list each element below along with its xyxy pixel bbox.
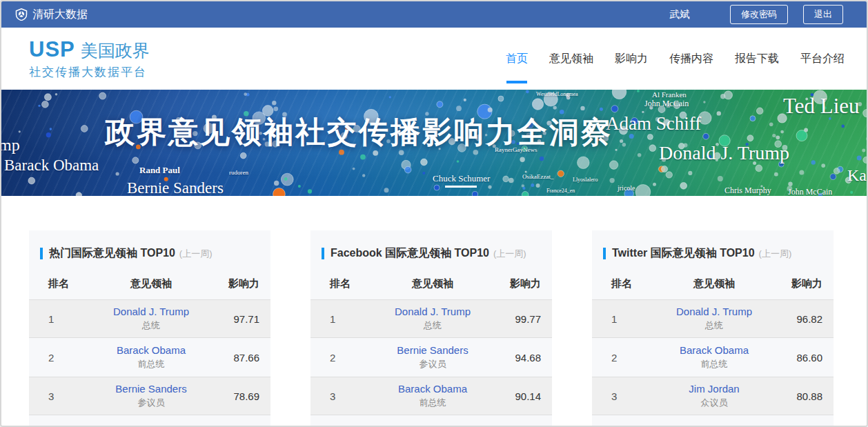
table-row: 2Barack Obama前总统87.66 [29, 338, 270, 377]
rank-cell: 1 [310, 313, 373, 325]
banner-name-label: Chris Murphy [724, 186, 771, 195]
name-cell: Bernie Sanders参议员 [91, 383, 211, 409]
column-header: 排名 [310, 277, 373, 290]
score-cell: 97.71 [211, 313, 270, 325]
table-row: 3Jim Jordan众议员80.88 [592, 377, 834, 415]
banner-name-label: Rand Paul [139, 166, 180, 175]
name-cell: Donald J. Trump总统 [91, 306, 211, 332]
banner-name-label: Al Franken [652, 91, 687, 99]
banner-name-label: Ted Lieu [783, 95, 860, 117]
card-title-row: 热门国际意见领袖 TOP10(上一周) [29, 230, 270, 261]
score-cell: 80.88 [774, 390, 834, 402]
nav-item-平台介绍[interactable]: 平台介绍 [800, 52, 845, 66]
banner-name-label: John McCain [788, 188, 832, 196]
column-header: 影响力 [211, 277, 270, 290]
leader-role: 前总统 [373, 397, 493, 409]
app-window: 清研大数据 武斌 修改密码 退出 USP 美国政界 社交传播大数据平台 首页意见… [0, 0, 868, 427]
banner-name-label: mp [1, 137, 20, 153]
name-cell: Jim Jordan众议员 [654, 383, 774, 409]
name-cell: Bernie Sanders参议员 [373, 344, 493, 370]
column-header: 意见领袖 [373, 277, 493, 290]
banner-name-label: Bernie Sanders [127, 180, 224, 196]
logo-suffix-text: 美国政界 [81, 39, 150, 62]
leader-name-link[interactable]: Donald J. Trump [373, 306, 493, 317]
card-title: Facebook 国际意见领袖 TOP10 [331, 246, 489, 261]
leader-role: 总统 [373, 319, 493, 332]
leader-name-link[interactable]: Donald J. Trump [91, 306, 211, 317]
ranking-card-1: 热门国际意见领袖 TOP10(上一周)排名意见领袖影响力1Donald J. T… [29, 230, 270, 427]
topbar-right: 武斌 修改密码 退出 [669, 5, 843, 24]
table-header: 排名意见领袖影响力 [310, 277, 552, 299]
site-logo[interactable]: USP 美国政界 社交传播大数据平台 [29, 37, 150, 80]
rank-cell: 2 [310, 352, 373, 364]
score-cell: 87.66 [211, 352, 270, 364]
column-header: 意见领袖 [654, 277, 774, 290]
accent-bar [40, 248, 43, 259]
rank-cell: 1 [29, 313, 91, 325]
table-row: 2Bernie Sanders参议员94.68 [310, 338, 552, 377]
score-cell: 96.82 [774, 313, 834, 325]
hero-banner: mpBarack ObamaRand PaulrudorenBernie San… [1, 90, 867, 196]
banner-name-label: Adam Schiff [606, 115, 701, 133]
banner-name-label: jricole [618, 185, 635, 192]
score-cell: 86.60 [774, 352, 834, 364]
banner-name-label: John McCain [644, 99, 689, 108]
card-period: (上一周) [759, 248, 792, 260]
leader-name-link[interactable]: Donald J. Trump [654, 306, 774, 317]
table-header: 排名意见领袖影响力 [29, 277, 270, 299]
card-period: (上一周) [179, 248, 213, 260]
leader-name-link[interactable]: Barack Obama [91, 344, 211, 356]
score-cell: 94.68 [493, 352, 552, 364]
leader-name-link[interactable]: Barack Obama [654, 344, 774, 356]
column-header: 影响力 [774, 277, 834, 290]
column-header: 排名 [592, 277, 654, 290]
banner-name-label: Donald J. Trump [659, 143, 789, 163]
name-cell: Barack Obama前总统 [373, 383, 493, 409]
column-header: 影响力 [493, 277, 552, 290]
rank-cell: 3 [310, 390, 373, 402]
table-row: 1Donald J. Trump总统96.82 [592, 299, 834, 338]
table-header: 排名意见领袖影响力 [592, 277, 834, 299]
nav-item-首页[interactable]: 首页 [506, 52, 528, 66]
table-row: 3Barack Obama前总统90.14 [310, 377, 552, 415]
topbar: 清研大数据 武斌 修改密码 退出 [1, 1, 867, 28]
leader-name-link[interactable]: Jim Jordan [654, 383, 774, 395]
nav-item-意见领袖[interactable]: 意见领袖 [549, 52, 593, 66]
banner-name-label: OsikaEzzat_ [522, 174, 553, 180]
table-row: 1Donald J. Trump总统97.71 [29, 299, 270, 338]
rank-cell: 3 [592, 390, 654, 402]
leader-name-link[interactable]: Barack Obama [373, 383, 493, 395]
banner-name-label: WestfieldLongmea [536, 92, 578, 97]
change-password-button[interactable]: 修改密码 [730, 5, 788, 24]
leader-role: 参议员 [373, 358, 493, 370]
logout-button[interactable]: 退出 [803, 5, 843, 24]
rank-cell: 2 [29, 352, 91, 364]
nav-item-报告下载[interactable]: 报告下载 [735, 52, 779, 66]
name-cell: Donald J. Trump总统 [373, 306, 493, 332]
score-cell: 99.77 [493, 313, 552, 325]
column-header: 排名 [29, 277, 91, 290]
brand-label: 清研大数据 [32, 8, 88, 22]
banner-name-label: rudoren [229, 170, 248, 176]
banner-name-label: France24_en [546, 188, 575, 194]
score-cell: 90.14 [493, 390, 552, 402]
leader-role: 前总统 [654, 358, 774, 370]
leader-role: 参议员 [91, 397, 211, 409]
current-username: 武斌 [669, 8, 690, 21]
nav-item-影响力[interactable]: 影响力 [615, 52, 648, 66]
banner-title: 政界意见领袖社交传播影响力全洞察 [105, 112, 613, 152]
ranking-card-3: Twitter 国际意见领袖 TOP10(上一周)排名意见领袖影响力1Donal… [592, 230, 834, 427]
name-cell: Barack Obama前总统 [654, 344, 774, 370]
column-header: 意见领袖 [91, 277, 211, 290]
banner-name-label: Kar [847, 167, 867, 183]
accent-bar [603, 248, 606, 259]
leader-name-link[interactable]: Bernie Sanders [373, 344, 493, 356]
brand: 清研大数据 [15, 8, 88, 22]
name-cell: Barack Obama前总统 [91, 344, 211, 370]
card-title: Twitter 国际意见领袖 TOP10 [612, 246, 755, 261]
leader-role: 总统 [91, 319, 211, 332]
nav-item-传播内容[interactable]: 传播内容 [669, 52, 713, 66]
card-period: (上一周) [493, 248, 526, 260]
banner-name-label: Barack Obama [4, 157, 99, 173]
leader-name-link[interactable]: Bernie Sanders [91, 383, 211, 395]
